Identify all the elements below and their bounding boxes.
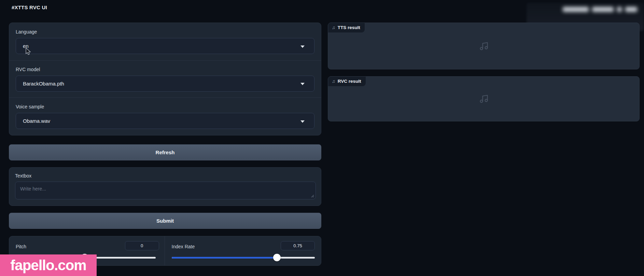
language-label: Language [16,29,314,35]
music-note-icon [479,94,489,104]
resize-grip-icon[interactable] [311,194,314,198]
refresh-button[interactable]: Refresh [9,144,321,160]
index-rate-slider[interactable] [172,254,315,261]
index-rate-label: Index Rate [172,244,195,249]
index-rate-value-input[interactable]: 0.75 [281,241,315,250]
tts-result-badge: ♫ TTS result [328,23,365,32]
textbox-label: Textbox [15,173,315,179]
rvc-model-field-group: RVC model BarackObama.pth [9,60,321,98]
music-note-icon: ♫ [332,79,335,83]
tts-result-label: TTS result [338,25,360,30]
voice-sample-field-group: Voice sample Obama.wav [9,97,321,135]
submit-button[interactable]: Submit [9,213,321,229]
slider-handle[interactable] [273,254,281,261]
pitch-label: Pitch [16,244,26,249]
app-window: #XTTS RVC UI Language en RVC model Barac… [0,0,644,276]
pitch-value-input[interactable]: 0 [125,241,159,250]
mouse-cursor [24,47,32,56]
chevron-down-icon [300,120,305,123]
blur-blob [617,7,622,12]
voice-sample-value: Obama.wav [23,118,50,124]
site-watermark: fapello.com [0,254,97,276]
rvc-model-dropdown[interactable]: BarackObama.pth [16,76,314,92]
language-field-group: Language en [9,23,321,60]
rvc-model-label: RVC model [16,67,314,72]
voice-sample-dropdown[interactable]: Obama.wav [16,113,314,129]
blurred-watermark [563,3,637,15]
slider-fill [172,257,277,259]
music-note-icon: ♫ [332,25,335,30]
chevron-down-icon [300,45,305,48]
site-watermark-text: fapello.com [10,257,86,274]
textbox-panel: Textbox [9,167,321,206]
text-input[interactable] [15,182,316,199]
rvc-result-label: RVC result [338,79,361,84]
blur-blob [625,7,637,12]
voice-sample-label: Voice sample [16,104,314,109]
chevron-down-icon [300,83,305,85]
index-rate-group: Index Rate 0.75 [165,236,321,265]
page-title: #XTTS RVC UI [12,4,47,10]
settings-form-panel: Language en RVC model BarackObama.pth Vo… [9,23,321,135]
language-dropdown[interactable]: en [16,38,314,54]
rvc-model-value: BarackObama.pth [23,81,64,87]
music-note-icon [479,41,489,51]
blur-blob [592,7,614,12]
textbox-wrap [15,182,315,199]
rvc-result-badge: ♫ RVC result [328,77,366,86]
blur-blob [563,7,589,12]
rvc-result-panel: ♫ RVC result [328,76,640,121]
tts-result-panel: ♫ TTS result [328,23,640,69]
